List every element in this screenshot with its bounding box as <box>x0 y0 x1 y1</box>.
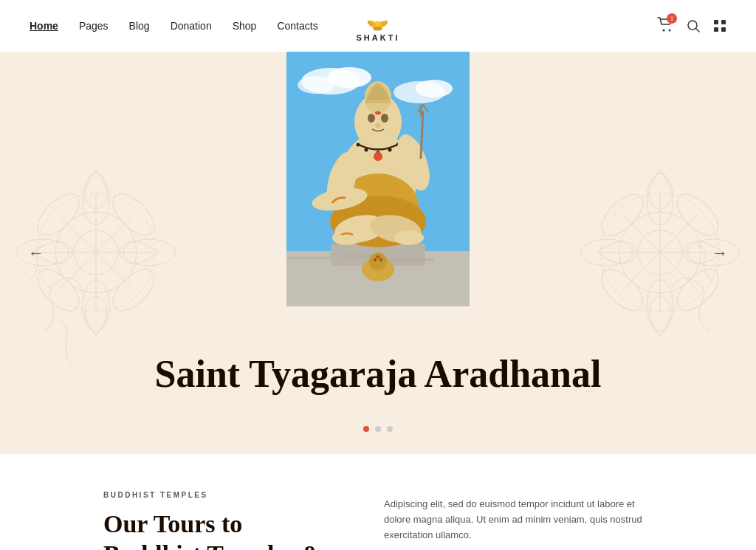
svg-point-51 <box>381 114 388 123</box>
content-section: BUDDHIST TEMPLES Our Tours to Buddhist T… <box>0 454 756 550</box>
nav-shop[interactable]: Shop <box>233 20 257 32</box>
svg-point-9 <box>688 21 697 30</box>
section-title: Our Tours to Buddhist Temples & Monaster… <box>103 509 340 550</box>
svg-point-53 <box>375 111 381 115</box>
grid-button[interactable] <box>713 19 726 32</box>
nav-left: Home Pages Blog Donation Shop Contacts <box>30 20 318 32</box>
svg-rect-44 <box>286 257 331 259</box>
svg-point-72 <box>369 252 387 270</box>
svg-rect-46 <box>386 258 434 261</box>
svg-point-70 <box>394 230 424 245</box>
hero-next-button[interactable]: → <box>706 238 734 269</box>
svg-point-34 <box>595 263 650 318</box>
hero-dot-2[interactable] <box>375 426 381 432</box>
svg-point-28 <box>647 173 673 225</box>
svg-point-54 <box>357 143 360 147</box>
svg-point-17 <box>83 173 109 225</box>
svg-point-30 <box>581 239 633 266</box>
svg-point-52 <box>375 123 381 128</box>
svg-point-22 <box>106 263 162 318</box>
svg-point-25 <box>601 193 719 312</box>
hero-prev-button[interactable]: ← <box>22 238 50 269</box>
search-icon <box>687 19 700 32</box>
svg-point-41 <box>416 80 453 97</box>
svg-point-73 <box>374 258 377 261</box>
svg-point-8 <box>669 30 671 32</box>
svg-rect-12 <box>714 27 718 32</box>
svg-point-24 <box>106 188 162 243</box>
svg-point-50 <box>368 114 375 123</box>
content-para-1: Adipiscing elit, sed do euismod tempor i… <box>384 497 653 543</box>
svg-point-29 <box>647 280 673 331</box>
svg-point-33 <box>670 263 726 318</box>
hero-title: Saint Tyagaraja Aradhanal <box>120 353 636 395</box>
hero-dot-1[interactable] <box>363 426 369 432</box>
svg-point-35 <box>670 188 726 243</box>
nav-donation[interactable]: Donation <box>171 20 212 32</box>
nav-blog[interactable]: Blog <box>129 20 150 32</box>
svg-point-55 <box>365 148 368 152</box>
content-left: BUDDHIST TEMPLES Our Tours to Buddhist T… <box>103 491 340 550</box>
statue-illustration <box>286 52 470 306</box>
logo-icon <box>365 10 391 32</box>
svg-point-7 <box>663 30 665 32</box>
svg-point-32 <box>595 188 650 243</box>
search-button[interactable] <box>687 19 700 32</box>
nav-right: 1 <box>657 17 726 35</box>
svg-point-74 <box>379 258 382 261</box>
nav-home[interactable]: Home <box>30 20 58 32</box>
svg-point-27 <box>638 230 682 275</box>
grid-icon <box>713 19 726 32</box>
svg-point-75 <box>376 255 380 258</box>
svg-rect-10 <box>714 20 718 24</box>
svg-point-14 <box>37 193 155 312</box>
hero-dot-3[interactable] <box>387 426 393 432</box>
hero-image <box>286 52 470 306</box>
hero-dots <box>363 426 393 432</box>
logo[interactable]: SHAKTI <box>357 10 400 42</box>
hero-section: ← <box>0 52 756 454</box>
svg-point-39 <box>298 76 334 94</box>
svg-point-23 <box>31 263 86 318</box>
svg-point-6 <box>374 27 383 30</box>
logo-text: SHAKTI <box>357 33 400 42</box>
svg-point-18 <box>83 280 109 331</box>
svg-point-15 <box>55 212 137 293</box>
svg-point-21 <box>31 188 86 243</box>
svg-point-20 <box>123 239 175 266</box>
cart-badge: 1 <box>667 13 677 24</box>
cart-button[interactable]: 1 <box>657 17 673 35</box>
svg-rect-13 <box>721 27 726 32</box>
content-right: Adipiscing elit, sed do euismod tempor i… <box>384 491 653 550</box>
svg-point-57 <box>388 148 392 152</box>
header: Home Pages Blog Donation Shop Contacts S… <box>0 0 756 52</box>
svg-point-59 <box>374 152 382 161</box>
svg-point-16 <box>74 230 118 275</box>
nav-pages[interactable]: Pages <box>79 20 109 32</box>
svg-rect-11 <box>721 20 726 24</box>
section-label: BUDDHIST TEMPLES <box>103 491 340 499</box>
nav-contacts[interactable]: Contacts <box>277 20 317 32</box>
svg-point-26 <box>619 212 701 293</box>
